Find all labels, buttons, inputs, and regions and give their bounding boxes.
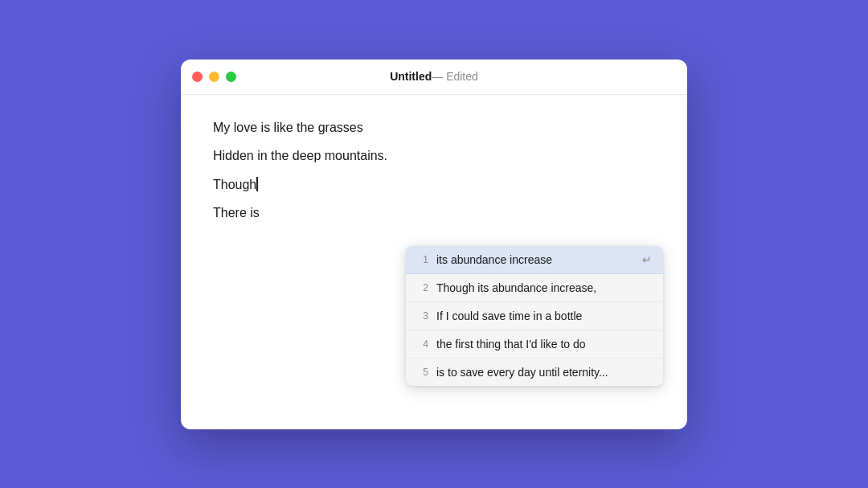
autocomplete-item-5[interactable]: 5 is to save every day until eternity...: [406, 359, 663, 386]
item-text: is to save every day until eternity...: [436, 366, 652, 379]
editor-line: Hidden in the deep mountains.: [213, 146, 655, 166]
editor-line: There is: [213, 203, 655, 223]
autocomplete-item-1[interactable]: 1 its abundance increase ↵: [406, 246, 663, 274]
editor-area[interactable]: My love is like the grasses Hidden in th…: [181, 95, 687, 429]
autocomplete-dropdown: 1 its abundance increase ↵ 2 Though its …: [406, 246, 663, 386]
title-bar: Untitled — Edited: [181, 59, 687, 95]
close-button[interactable]: [192, 72, 203, 82]
item-text: If I could save time in a bottle: [436, 310, 652, 322]
item-number: 2: [417, 282, 428, 293]
minimize-button[interactable]: [209, 72, 219, 82]
item-text: its abundance increase: [436, 253, 634, 266]
text-cursor: [256, 177, 258, 191]
item-number: 4: [417, 338, 428, 350]
enter-icon: ↵: [642, 253, 652, 266]
autocomplete-item-3[interactable]: 3 If I could save time in a bottle: [406, 302, 663, 330]
app-window: Untitled — Edited My love is like the gr…: [181, 59, 687, 429]
autocomplete-item-4[interactable]: 4 the first thing that I'd like to do: [406, 330, 663, 359]
autocomplete-item-2[interactable]: 2 Though its abundance increase,: [406, 274, 663, 302]
window-subtitle: — Edited: [432, 70, 478, 83]
item-text: Though its abundance increase,: [436, 281, 652, 294]
item-text: the first thing that I'd like to do: [436, 338, 652, 351]
editor-line: My love is like the grasses: [213, 117, 655, 138]
maximize-button[interactable]: [226, 72, 236, 82]
traffic-lights: [192, 72, 236, 82]
window-title: Untitled: [390, 70, 432, 83]
item-number: 3: [417, 310, 428, 322]
item-number: 1: [417, 254, 428, 265]
editor-line-with-cursor: Though: [213, 174, 655, 195]
item-number: 5: [417, 367, 428, 378]
